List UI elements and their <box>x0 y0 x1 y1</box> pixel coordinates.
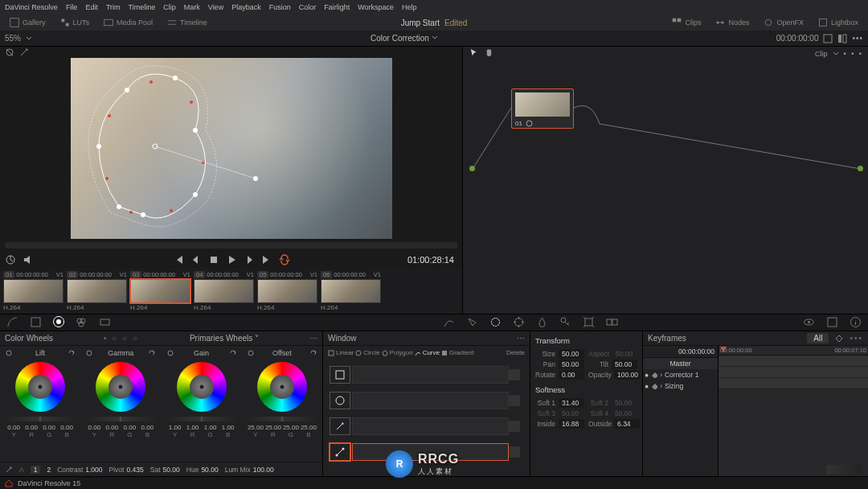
home-icon[interactable] <box>5 479 13 487</box>
timeline-tab[interactable]: Timeline <box>161 18 214 27</box>
win-shape-linear[interactable] <box>330 366 350 384</box>
rgb-mixer-icon[interactable] <box>76 316 88 330</box>
clips-tab[interactable]: Clips <box>665 18 707 27</box>
menu-item[interactable]: Mark <box>184 3 200 11</box>
field-value[interactable]: 100.00 <box>614 370 640 380</box>
viewer-mode[interactable]: Color Correction <box>371 34 429 43</box>
menu-item[interactable]: DaVinci Resolve <box>5 3 58 11</box>
bypass-icon[interactable] <box>5 47 14 57</box>
kf-lane[interactable] <box>719 355 868 367</box>
clip-thumbnail[interactable]: 0400:00:00:00V1H.264 <box>194 270 254 312</box>
viewer-scrubber[interactable] <box>5 242 457 248</box>
openfx-tab[interactable]: OpenFX <box>757 18 810 27</box>
clip-thumbnail[interactable]: 0500:00:00:00V1H.264 <box>257 270 317 312</box>
scopes-icon[interactable] <box>826 316 838 330</box>
menu-item[interactable]: Timeline <box>129 3 156 11</box>
node-editor[interactable]: Clip • • • 01 <box>463 47 868 314</box>
win-gradient[interactable]: Gradient <box>441 349 474 356</box>
opts-icon[interactable]: ••• <box>852 34 863 43</box>
field-value[interactable]: 6.34 <box>614 419 640 429</box>
kf-track[interactable]: ●›Corrector 1 <box>643 369 718 380</box>
next-frame-icon[interactable] <box>244 254 255 265</box>
highlight-icon[interactable] <box>823 34 833 43</box>
curves-icon[interactable] <box>443 316 455 330</box>
kf-all[interactable]: All <box>807 333 829 343</box>
menu-item[interactable]: Trim <box>106 3 121 11</box>
win-invert[interactable] <box>509 369 520 380</box>
field-value[interactable]: 31.40 <box>559 398 584 408</box>
clip-thumbnail[interactable]: 0200:00:00:00V1H.264 <box>67 270 127 312</box>
keyframe-view-icon[interactable] <box>803 316 815 330</box>
picker-icon[interactable] <box>5 466 13 474</box>
kf-master[interactable]: Master <box>643 358 718 369</box>
colorwheels-icon[interactable] <box>53 316 64 330</box>
clip-thumbnail[interactable]: 0600:00:00:00V1H.264 <box>321 270 381 312</box>
field-value[interactable]: 50.00 <box>559 349 584 359</box>
opts-icon[interactable]: ⋯ <box>517 334 525 343</box>
win-curve[interactable]: Curve <box>415 349 440 356</box>
motion-icon[interactable] <box>99 316 111 330</box>
opts-icon[interactable]: ••• <box>850 334 863 343</box>
corrector-node[interactable]: 01 <box>511 88 574 129</box>
power-window-mask[interactable] <box>71 58 392 239</box>
speaker-icon[interactable] <box>23 254 34 265</box>
field-value[interactable]: 50.00 <box>612 349 638 359</box>
prev-frame-icon[interactable] <box>190 254 202 265</box>
info-icon[interactable] <box>850 316 862 330</box>
menu-item[interactable]: File <box>66 3 78 11</box>
win-invert[interactable] <box>509 421 520 432</box>
win-shape-curve-active[interactable] <box>330 443 350 461</box>
last-frame-icon[interactable] <box>261 254 272 265</box>
primaries-icon[interactable] <box>30 316 42 330</box>
luts-tab[interactable]: LUTs <box>54 18 96 27</box>
clip-thumbnail[interactable]: 0100:00:00:00V1H.264 <box>3 270 63 312</box>
menu-item[interactable]: Help <box>402 3 417 11</box>
field-value[interactable]: 50.00 <box>612 398 637 408</box>
win-linear[interactable]: Linear <box>328 349 354 356</box>
clip-thumbnail[interactable]: 0300:00:00:00V1H.264 <box>130 270 190 312</box>
menu-item[interactable]: Fairlight <box>324 3 350 11</box>
field-value[interactable]: 50.00 <box>559 360 584 369</box>
field-value[interactable]: 16.88 <box>559 419 584 429</box>
field-value[interactable]: 50.00 <box>559 409 584 418</box>
page-2[interactable]: 2 <box>47 466 51 474</box>
color-wheel-lift[interactable]: Lift 0.000.000.000.00 YRGB <box>0 346 80 462</box>
menu-item[interactable]: Color <box>299 3 317 11</box>
wand-icon[interactable] <box>19 47 29 57</box>
node-graph-input[interactable] <box>469 166 475 171</box>
menu-item[interactable]: Playback <box>231 3 261 11</box>
field-value[interactable]: 0.00 <box>559 370 584 380</box>
lightbox-tab[interactable]: Lightbox <box>812 18 865 27</box>
zoom-level[interactable]: 55% <box>5 34 21 43</box>
kf-snap-icon[interactable] <box>835 335 843 343</box>
menu-item[interactable]: Workspace <box>358 3 394 11</box>
menu-item[interactable]: Clip <box>163 3 176 11</box>
menu-item[interactable]: Fusion <box>269 3 291 11</box>
node-graph-output[interactable] <box>858 166 863 171</box>
page-1[interactable]: 1 <box>31 466 41 474</box>
stereo-icon[interactable] <box>606 316 618 330</box>
win-invert[interactable] <box>509 395 520 406</box>
win-invert[interactable] <box>509 446 520 458</box>
gallery-tab[interactable]: Gallery <box>3 18 52 27</box>
color-wheel-gain[interactable]: Gain 1.001.001.001.00 YRGB <box>162 346 242 462</box>
window-icon[interactable] <box>489 316 502 330</box>
menu-item[interactable]: Edit <box>85 3 98 11</box>
win-delete[interactable]: Delete <box>506 349 525 356</box>
stop-icon[interactable] <box>208 254 219 265</box>
viewer-image[interactable] <box>71 58 392 239</box>
loop-icon[interactable] <box>279 254 290 265</box>
kf-lane[interactable] <box>719 378 868 389</box>
win-shape-circle[interactable] <box>330 392 350 409</box>
chevron-down-icon[interactable] <box>26 35 32 42</box>
split-icon[interactable] <box>837 34 847 43</box>
opts-icon[interactable]: ⋯ <box>309 334 317 343</box>
color-wheel-offset[interactable]: Offset 25.0025.0025.0025.00 YRGB <box>242 346 322 462</box>
nodes-tab[interactable]: Nodes <box>709 18 755 27</box>
tracker-icon[interactable] <box>513 316 525 330</box>
qualifier-icon[interactable] <box>466 316 478 330</box>
color-wheel-gamma[interactable]: Gamma 0.000.000.000.00 YRGB <box>80 346 161 462</box>
blur-icon[interactable] <box>536 316 548 330</box>
media-pool-tab[interactable]: Media Pool <box>97 18 159 27</box>
curves-icon[interactable] <box>6 316 18 330</box>
